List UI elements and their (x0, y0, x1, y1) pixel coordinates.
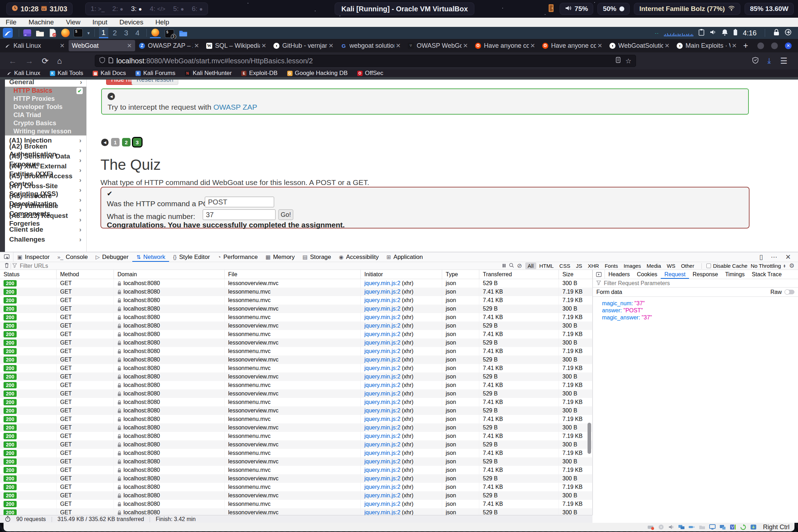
sidebar-item-http-proxies[interactable]: HTTP Proxies (5, 95, 86, 103)
audio-icon[interactable] (710, 29, 717, 37)
initiator-cell[interactable]: jquery.min.js:2(xhr) (361, 279, 442, 288)
block-requests-icon[interactable]: ⊘ (517, 262, 522, 270)
initiator-cell[interactable]: jquery.min.js:2(xhr) (361, 339, 442, 347)
responsive-mode-icon[interactable]: ▯ (759, 253, 763, 261)
type-filter-fonts[interactable]: Fonts (602, 262, 620, 269)
sidebar-item-cia-triad[interactable]: CIA Triad (5, 111, 86, 119)
vm-clock[interactable]: 4:16 (743, 29, 757, 37)
request-row-3[interactable]: 200GETlocalhost:8080lessonmenu.mvcjquery… (0, 296, 592, 305)
devtools-tab-storage[interactable]: ▤Storage (299, 252, 335, 262)
bookmark-kali-nethunter[interactable]: NKali NetHunter (185, 70, 232, 77)
lesson-page-3[interactable]: 3 (133, 138, 141, 146)
vbox-menu-view[interactable]: View (66, 18, 80, 26)
devtools-tab-style-editor[interactable]: {}Style Editor (169, 252, 214, 262)
page-info-icon[interactable] (108, 57, 113, 65)
door-icon[interactable] (548, 4, 555, 14)
host-workspace-6[interactable]: 6: ● (192, 5, 203, 13)
request-row-4[interactable]: 200GETlocalhost:8080lessonoverview.mvcjq… (0, 305, 592, 313)
devtools-tab-performance[interactable]: ◔Performance (214, 252, 261, 262)
request-row-9[interactable]: 200GETlocalhost:8080lessonmenu.mvcjquery… (0, 347, 592, 355)
request-row-10[interactable]: 200GETlocalhost:8080lessonoverview.mvcjq… (0, 355, 592, 364)
bookmark-kali-tools[interactable]: KKali Tools (50, 70, 83, 77)
element-picker-icon[interactable] (0, 252, 13, 262)
bookmark-offsec[interactable]: OOffSec (357, 70, 383, 77)
column-header-transferred[interactable]: Transferred (479, 270, 559, 279)
host-volume[interactable]: 75% (560, 3, 593, 15)
form-data-section-label[interactable]: Form data (596, 289, 622, 295)
request-row-18[interactable]: 200GETlocalhost:8080lessonoverview.mvcjq… (0, 423, 592, 432)
initiator-cell[interactable]: jquery.min.js:2(xhr) (361, 483, 442, 491)
vbox-status-usb-icon[interactable] (688, 524, 695, 530)
type-filter-all[interactable]: All (525, 262, 536, 269)
tab-close-icon[interactable]: ✕ (463, 42, 468, 50)
initiator-cell[interactable]: jquery.min.js:2(xhr) (361, 415, 442, 423)
tab-close-icon[interactable]: ✕ (732, 42, 737, 50)
url-text[interactable]: localhost:8080/WebGoat/start.mvc#lesson/… (116, 57, 313, 65)
table-header-row[interactable]: StatusMethodDomainFileInitiatorTypeTrans… (0, 270, 592, 279)
type-filter-js[interactable]: JS (573, 262, 585, 269)
table-scrollbar[interactable] (588, 423, 591, 454)
request-row-21[interactable]: 200GETlocalhost:8080lessonmenu.mvcjquery… (0, 449, 592, 457)
panel-tab-timings[interactable]: Timings (722, 270, 748, 279)
throttling-select[interactable]: No Throttling▲▼ (751, 263, 786, 269)
initiator-cell[interactable]: jquery.min.js:2(xhr) (361, 440, 442, 449)
panel-tab-stack-trace[interactable]: Stack Trace (748, 270, 785, 279)
files-app-icon[interactable] (22, 28, 32, 38)
type-filter-images[interactable]: Images (621, 262, 643, 269)
form-param-magic_num[interactable]: magic_num: "37" (602, 300, 798, 307)
sidebar-item-crypto-basics[interactable]: Crypto Basics (5, 119, 86, 127)
devtools-tab-inspector[interactable]: ▣Inspector (13, 252, 53, 262)
pause-traffic-icon[interactable] (502, 263, 506, 269)
bookmark-kali-forums[interactable]: KKali Forums (135, 70, 175, 77)
sidebar-item-http-basics[interactable]: HTTP Basics✔ (5, 87, 86, 95)
reload-icon[interactable]: ⟳ (42, 56, 48, 66)
initiator-cell[interactable]: jquery.min.js:2(xhr) (361, 330, 442, 339)
host-workspace-4[interactable]: 4: </> (150, 5, 165, 13)
ublock-shield-icon[interactable] (752, 57, 758, 65)
browser-tab-6[interactable]: Gwebgoat solutions -✕ (337, 40, 404, 51)
q1-answer-input[interactable] (205, 197, 274, 207)
vbox-menu-input[interactable]: Input (92, 18, 107, 26)
browser-tab-10[interactable]: ◖WebGoatSolutions/S✕ (606, 40, 673, 51)
column-header-file[interactable]: File (225, 270, 361, 279)
vbox-status-auto-resize-icon[interactable] (750, 524, 757, 530)
tab-close-icon[interactable]: ✕ (530, 42, 535, 50)
host-clock-widget[interactable]: 10:28 31/03 (6, 2, 73, 15)
request-row-13[interactable]: 200GETlocalhost:8080lessonmenu.mvcjquery… (0, 381, 592, 389)
initiator-cell[interactable]: jquery.min.js:2(xhr) (361, 381, 442, 389)
host-battery[interactable]: 85% 13.60W (745, 3, 794, 15)
clear-requests-icon[interactable] (4, 262, 9, 270)
initiator-cell[interactable]: jquery.min.js:2(xhr) (361, 372, 442, 381)
browser-tab-9[interactable]: ʘHave anyone comple✕ (539, 40, 606, 51)
form-param-magic_answer[interactable]: magic_answer: "37" (602, 314, 798, 322)
tab-close-icon[interactable]: ✕ (60, 42, 65, 50)
tab-close-icon[interactable]: ✕ (261, 42, 266, 50)
initiator-cell[interactable]: jquery.min.js:2(xhr) (361, 305, 442, 313)
initiator-cell[interactable]: jquery.min.js:2(xhr) (361, 322, 442, 330)
vbox-menu-devices[interactable]: Devices (120, 18, 144, 26)
panel-tab-headers[interactable]: Headers (605, 270, 633, 279)
tab-close-icon[interactable]: ✕ (665, 42, 670, 50)
panel-tab-request[interactable]: Request (661, 270, 689, 279)
devtools-tab-debugger[interactable]: ▷Debugger (92, 252, 132, 262)
vm-workspace-1[interactable]: 1 (99, 28, 108, 38)
filter-urls-input[interactable]: Filter URLs (12, 263, 48, 269)
taskbar-firefox-window[interactable] (150, 28, 161, 38)
type-filter-media[interactable]: Media (644, 262, 664, 269)
request-row-17[interactable]: 200GETlocalhost:8080lessonmenu.mvcjquery… (0, 415, 592, 423)
taskbar-files-window[interactable] (178, 28, 188, 38)
request-row-14[interactable]: 200GETlocalhost:8080lessonoverview.mvcjq… (0, 389, 592, 398)
sidebar-category-challenges[interactable]: Challenges› (5, 235, 86, 244)
request-row-2[interactable]: 200GETlocalhost:8080lessonmenu.mvcjquery… (0, 288, 592, 296)
request-row-8[interactable]: 200GETlocalhost:8080lessonoverview.mvcjq… (0, 339, 592, 347)
vbox-menu-file[interactable]: File (6, 18, 17, 26)
lesson-page-1[interactable]: 1 (111, 138, 120, 146)
bookmark-google-hacking-db[interactable]: GGoogle Hacking DB (287, 70, 348, 77)
initiator-cell[interactable]: jquery.min.js:2(xhr) (361, 500, 442, 508)
request-row-11[interactable]: 200GETlocalhost:8080lessonmenu.mvcjquery… (0, 364, 592, 372)
maximize-button[interactable] (771, 42, 778, 49)
raw-toggle[interactable] (785, 290, 794, 294)
vbox-status-display-icon[interactable] (709, 524, 716, 530)
host-workspace-3[interactable]: 3: ● (131, 5, 142, 13)
request-row-15[interactable]: 200GETlocalhost:8080lessonmenu.mvcjquery… (0, 398, 592, 406)
